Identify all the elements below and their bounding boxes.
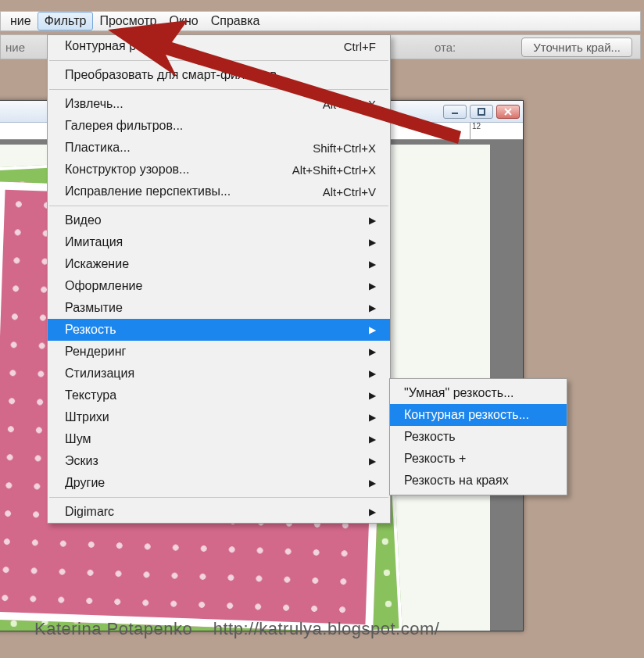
menu-item-справка[interactable]: Справка — [205, 13, 267, 30]
submenu-arrow-icon: ▶ — [369, 259, 376, 270]
menu-item[interactable]: Преобразовать для смарт-фильтров — [48, 64, 390, 86]
submenu-item[interactable]: "Умная" резкость... — [390, 382, 567, 404]
ruler-tick: 12 — [470, 123, 481, 139]
menu-shortcut: Ctrl+F — [344, 40, 376, 53]
menu-item-label: Резкость — [65, 323, 116, 337]
menu-item[interactable]: Шум▶ — [48, 428, 390, 450]
menu-item-label: Штрихи — [65, 410, 109, 424]
menu-shortcut: Alt+Ctrl+V — [323, 185, 376, 198]
close-button[interactable] — [496, 105, 520, 119]
option-height-label: ота: — [435, 41, 456, 54]
submenu-arrow-icon: ▶ — [369, 390, 376, 401]
menu-item-label: Искажение — [65, 257, 129, 271]
menu-item-окно[interactable]: Окно — [163, 13, 205, 30]
submenu-arrow-icon: ▶ — [369, 324, 376, 335]
menu-item[interactable]: Контурная резCtrl+F — [48, 35, 390, 57]
submenu-item[interactable]: Резкость + — [390, 448, 567, 470]
menu-item[interactable]: Текстура▶ — [48, 384, 390, 406]
submenu-arrow-icon: ▶ — [369, 477, 376, 488]
menu-item[interactable]: Размытие▶ — [48, 297, 390, 319]
menu-item-label: Оформление — [65, 279, 142, 293]
submenu-arrow-icon: ▶ — [369, 412, 376, 423]
menu-item-label: Другие — [65, 476, 105, 490]
menu-item-label: Текстура — [65, 388, 116, 402]
menu-item[interactable]: Рендеринг▶ — [48, 341, 390, 363]
refine-edge-button[interactable]: Уточнить край... — [521, 38, 632, 57]
menu-item-label: Контурная рез — [65, 39, 148, 53]
menu-separator — [49, 206, 388, 206]
menu-item-label: Извлечь... — [65, 97, 123, 111]
submenu-item[interactable]: Резкость — [390, 426, 567, 448]
submenu-arrow-icon: ▶ — [369, 346, 376, 357]
menu-item-label: Имитация — [65, 235, 123, 249]
submenu-arrow-icon: ▶ — [369, 237, 376, 248]
window-controls — [443, 105, 520, 119]
author-url: http://katrulya.blogspot.com/ — [213, 619, 440, 638]
credit-text: Katerina Potapenko http://katrulya.blogs… — [34, 619, 439, 639]
menu-item[interactable]: Резкость▶ — [48, 319, 390, 341]
menu-item-ние[interactable]: ние — [4, 13, 38, 30]
menu-shortcut: Alt+Ctrl+X — [323, 98, 376, 111]
option-label-left: ние — [5, 41, 25, 54]
menu-item[interactable]: Имитация▶ — [48, 231, 390, 253]
menu-separator — [49, 60, 388, 61]
filter-menu: Контурная резCtrl+FПреобразовать для сма… — [47, 34, 391, 524]
menu-separator — [49, 497, 388, 498]
submenu-arrow-icon: ▶ — [369, 302, 376, 313]
menu-item[interactable]: Галерея фильтров... — [48, 115, 390, 137]
menu-item[interactable]: Стилизация▶ — [48, 363, 390, 384]
menu-shortcut: Alt+Shift+Ctrl+X — [292, 163, 376, 177]
menu-item-label: Исправление перспективы... — [65, 184, 231, 198]
menu-item[interactable]: Другие▶ — [48, 472, 390, 494]
menu-item[interactable]: Эскиз▶ — [48, 450, 390, 472]
minimize-button[interactable] — [443, 105, 467, 119]
menu-shortcut: Shift+Ctrl+X — [313, 141, 376, 155]
sharpen-submenu: "Умная" резкость...Контурная резкость...… — [389, 378, 567, 495]
svg-rect-1 — [478, 109, 485, 115]
author-name: Katerina Potapenko — [34, 619, 192, 638]
menubar: ниеФильтрПросмотрОкноСправка — [0, 11, 641, 31]
menu-item-label: Галерея фильтров... — [65, 119, 183, 133]
menu-item-просмотр[interactable]: Просмотр — [93, 13, 163, 30]
menu-item[interactable]: Извлечь...Alt+Ctrl+X — [48, 93, 390, 115]
menu-item[interactable]: Исправление перспективы...Alt+Ctrl+V — [48, 181, 390, 202]
menu-item-label: Пластика... — [65, 141, 131, 155]
menu-item-label: Шум — [65, 432, 91, 446]
menu-item-label: Стилизация — [65, 367, 134, 381]
menu-item[interactable]: Искажение▶ — [48, 253, 390, 275]
menu-item-label: Видео — [65, 213, 102, 227]
menu-item-label: Рендеринг — [65, 345, 126, 359]
menu-item[interactable]: Оформление▶ — [48, 275, 390, 297]
menu-item[interactable]: Digimarc▶ — [48, 501, 390, 523]
menu-item-label: Конструктор узоров... — [65, 163, 189, 177]
menu-item-label: Размытие — [65, 301, 123, 315]
menu-item-label: Преобразовать для смарт-фильтров — [65, 68, 277, 82]
submenu-item[interactable]: Контурная резкость... — [390, 404, 567, 426]
submenu-arrow-icon: ▶ — [369, 215, 376, 226]
submenu-arrow-icon: ▶ — [369, 368, 376, 379]
menu-item-label: Эскиз — [65, 454, 98, 468]
menu-item[interactable]: Конструктор узоров...Alt+Shift+Ctrl+X — [48, 159, 390, 181]
submenu-arrow-icon: ▶ — [369, 506, 376, 517]
submenu-arrow-icon: ▶ — [369, 281, 376, 291]
maximize-button[interactable] — [470, 105, 493, 119]
menu-item[interactable]: Видео▶ — [48, 209, 390, 231]
menu-item[interactable]: Штрихи▶ — [48, 406, 390, 428]
menu-item[interactable]: Пластика...Shift+Ctrl+X — [48, 137, 390, 159]
menu-item-фильтр[interactable]: Фильтр — [38, 12, 94, 30]
menu-separator — [49, 89, 388, 90]
submenu-arrow-icon: ▶ — [369, 434, 376, 445]
menu-item-label: Digimarc — [65, 505, 114, 519]
submenu-item[interactable]: Резкость на краях — [390, 470, 567, 492]
submenu-arrow-icon: ▶ — [369, 456, 376, 467]
